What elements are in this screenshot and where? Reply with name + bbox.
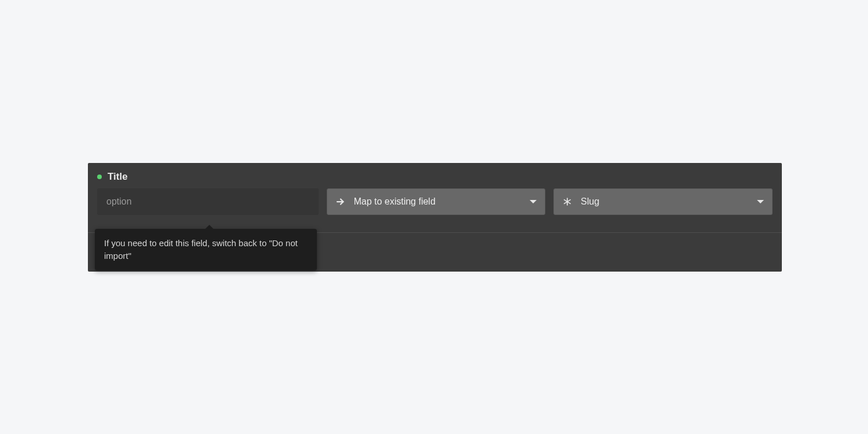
chevron-down-icon	[530, 200, 537, 203]
option-input[interactable]: option	[97, 188, 319, 215]
option-input-value: option	[106, 196, 132, 207]
map-select-label: Map to existing field	[354, 196, 522, 207]
panel-title: Title	[108, 171, 128, 183]
arrow-right-icon	[335, 196, 346, 207]
panel-header: Title	[88, 163, 782, 188]
chevron-down-icon	[757, 200, 764, 203]
option-input-tooltip: If you need to edit this field, switch b…	[95, 229, 317, 270]
status-dot-icon	[97, 175, 102, 179]
field-row: option Map to existing field Slug	[88, 188, 782, 215]
asterisk-icon	[562, 196, 572, 207]
slug-select[interactable]: Slug	[553, 188, 773, 215]
tooltip-text: If you need to edit this field, switch b…	[104, 238, 298, 261]
map-to-existing-select[interactable]: Map to existing field	[327, 188, 546, 215]
slug-select-label: Slug	[581, 196, 749, 207]
